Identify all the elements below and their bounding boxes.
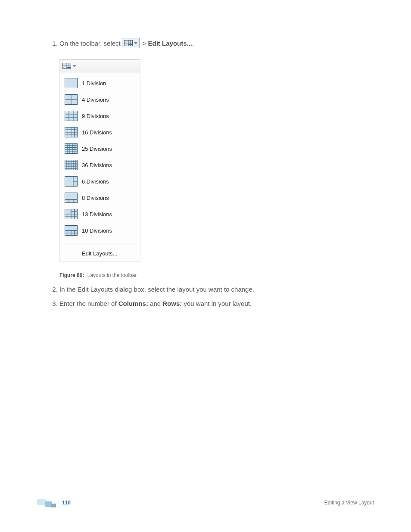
layout-option[interactable]: 10 Divisions bbox=[60, 222, 140, 239]
layout-option[interactable]: 4 Divisions bbox=[60, 91, 140, 108]
step1-separator: > bbox=[143, 38, 146, 48]
layout-grid-icon bbox=[64, 225, 78, 236]
footer-logo-icon bbox=[37, 498, 59, 508]
dropdown-edit-layouts[interactable]: Edit Layouts... bbox=[60, 245, 140, 261]
svg-rect-26 bbox=[65, 144, 77, 154]
layout-grid-icon bbox=[64, 176, 78, 187]
step3-mid: and bbox=[148, 300, 162, 307]
svg-rect-10 bbox=[65, 78, 77, 88]
layouts-dropdown: 1 Division4 Divisions9 Divisions16 Divis… bbox=[59, 59, 140, 262]
layout-option[interactable]: 8 Divisions bbox=[60, 190, 140, 206]
layout-option-label: 6 Divisions bbox=[82, 178, 109, 185]
layout-option-label: 9 Divisions bbox=[82, 113, 109, 119]
layout-grid-icon bbox=[64, 94, 78, 105]
step1-bold: Edit Layouts... bbox=[148, 38, 193, 48]
layout-grid-icon bbox=[64, 160, 78, 170]
chevron-down-icon bbox=[134, 42, 137, 44]
layout-option[interactable]: 36 Divisions bbox=[60, 157, 140, 173]
svg-rect-66 bbox=[65, 209, 71, 214]
layout-option-label: 4 Divisions bbox=[82, 96, 109, 103]
page-footer: 110 Editing a View Layout bbox=[37, 498, 374, 508]
step-2: In the Edit Layouts dialog box, select t… bbox=[59, 284, 374, 294]
layout-option[interactable]: 16 Divisions bbox=[60, 124, 140, 140]
dropdown-header[interactable] bbox=[60, 59, 140, 72]
layout-option[interactable]: 25 Divisions bbox=[60, 140, 140, 157]
dropdown-footer-label: Edit Layouts... bbox=[82, 250, 117, 257]
layout-option-label: 25 Divisions bbox=[82, 146, 112, 152]
svg-rect-57 bbox=[65, 193, 77, 199]
ordered-steps: On the toolbar, select > Edit Layouts...… bbox=[37, 38, 374, 48]
ordered-steps-continued: In the Edit Layouts dialog box, select t… bbox=[37, 284, 374, 309]
layouts-toolbar-button[interactable] bbox=[122, 38, 140, 48]
layout-option-label: 16 Divisions bbox=[82, 129, 112, 136]
layout-grid-icon bbox=[64, 209, 78, 219]
document-page: On the toolbar, select > Edit Layouts...… bbox=[0, 0, 411, 532]
layout-option-label: 1 Division bbox=[82, 80, 106, 87]
layout-grid-icon bbox=[64, 111, 78, 121]
layouts-dropdown-figure: 1 Division4 Divisions9 Divisions16 Divis… bbox=[59, 59, 374, 262]
svg-rect-50 bbox=[65, 177, 73, 187]
layout-option[interactable]: 6 Divisions bbox=[60, 173, 140, 190]
layout-grid-icon bbox=[64, 78, 78, 88]
footer-title: Editing a View Layout bbox=[324, 500, 374, 506]
step3-suffix: you want in your layout. bbox=[182, 300, 252, 307]
layout-option[interactable]: 13 Divisions bbox=[60, 206, 140, 222]
svg-rect-75 bbox=[65, 226, 77, 230]
layout-grid-icon bbox=[64, 193, 78, 203]
svg-rect-14 bbox=[65, 111, 77, 121]
page-number: 110 bbox=[62, 500, 71, 506]
layout-grid-icon bbox=[64, 127, 78, 137]
step1-prefix: On the toolbar, select bbox=[59, 38, 121, 48]
dropdown-body: 1 Division4 Divisions9 Divisions16 Divis… bbox=[60, 72, 140, 241]
dropdown-separator bbox=[63, 243, 137, 243]
layout-grid-icon bbox=[124, 40, 133, 46]
figure-caption: Figure 80: Layouts in the toolbar bbox=[59, 272, 374, 278]
layout-option-label: 8 Divisions bbox=[82, 195, 109, 201]
step3-prefix: Enter the number of bbox=[59, 300, 118, 307]
layout-option[interactable]: 9 Divisions bbox=[60, 108, 140, 124]
layout-option-label: 10 Divisions bbox=[82, 227, 112, 234]
figure-label: Figure 80: bbox=[59, 272, 84, 278]
step-1: On the toolbar, select > Edit Layouts...… bbox=[59, 38, 374, 48]
step3-bold2: Rows: bbox=[162, 300, 182, 307]
layout-grid-icon bbox=[64, 143, 78, 154]
layout-option[interactable]: 1 Division bbox=[60, 75, 140, 91]
figure-text: Layouts in the toolbar bbox=[87, 272, 137, 278]
step-3: Enter the number of Columns: and Rows: y… bbox=[59, 299, 374, 308]
layout-grid-icon bbox=[62, 63, 71, 69]
step3-bold1: Columns: bbox=[118, 300, 148, 307]
layout-option-label: 13 Divisions bbox=[82, 211, 112, 218]
layout-option-label: 36 Divisions bbox=[82, 162, 112, 168]
step1-suffix: . bbox=[192, 38, 194, 48]
chevron-down-icon bbox=[73, 65, 76, 67]
